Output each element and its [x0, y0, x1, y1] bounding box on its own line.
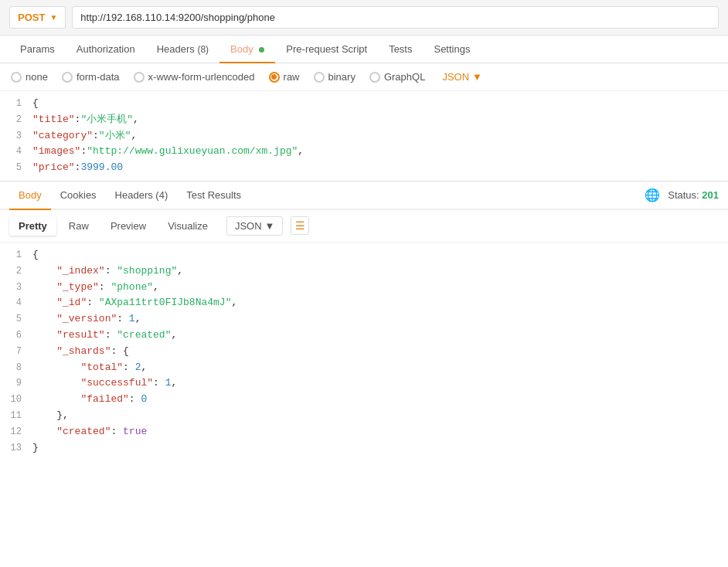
resp-line-2: 2 "_index": "shopping",	[0, 263, 728, 280]
response-status-area: 🌐 Status: 201	[645, 188, 719, 202]
format-label: JSON	[442, 71, 469, 83]
resp-tab-cookies[interactable]: Cookies	[51, 182, 106, 209]
resp-tab-body[interactable]: Body	[9, 182, 51, 209]
body-options: none form-data x-www-form-urlencoded raw…	[0, 63, 728, 91]
radio-graphql	[369, 72, 380, 83]
resp-line-1: 1 {	[0, 247, 728, 263]
radio-form-data	[62, 72, 73, 83]
resp-line-9: 9 "successful": 1,	[0, 375, 728, 392]
resp-line-6: 6 "result": "created",	[0, 328, 728, 344]
resp-line-7: 7 "_shards": {	[0, 344, 728, 360]
tab-params[interactable]: Params	[9, 36, 66, 63]
url-bar: POST ▼	[0, 0, 728, 36]
view-pretty-button[interactable]: Pretty	[9, 216, 56, 236]
req-line-4: 4 "images":"http://www.gulixueyuan.com/x…	[0, 144, 728, 160]
radio-urlencoded	[134, 72, 145, 83]
response-tabs: Body Cookies Headers (4) Test Results 🌐 …	[0, 182, 728, 210]
view-raw-button[interactable]: Raw	[60, 216, 98, 236]
radio-none	[11, 72, 22, 83]
status-label: Status: 201	[668, 189, 719, 201]
response-format-label: JSON	[235, 220, 262, 232]
option-binary[interactable]: binary	[314, 71, 355, 83]
option-raw[interactable]: raw	[269, 71, 300, 83]
resp-line-13: 13 }	[0, 440, 728, 457]
tab-body[interactable]: Body	[219, 36, 275, 63]
tab-tests[interactable]: Tests	[378, 36, 423, 63]
resp-tab-headers[interactable]: Headers (4)	[106, 182, 178, 209]
url-input[interactable]	[72, 6, 719, 29]
response-body: 1 { 2 "_index": "shopping", 3 "_type": "…	[0, 243, 728, 460]
req-line-2: 2 "title":"小米手机",	[0, 112, 728, 128]
response-format-selector[interactable]: JSON ▼	[226, 216, 284, 236]
format-selector[interactable]: JSON ▼	[442, 71, 482, 83]
response-toolbar: Pretty Raw Preview Visualize JSON ▼ ☰	[0, 210, 728, 243]
resp-line-11: 11 },	[0, 408, 728, 424]
view-visualize-button[interactable]: Visualize	[158, 216, 217, 236]
resp-line-3: 3 "_type": "phone",	[0, 280, 728, 296]
resp-line-8: 8 "total": 2,	[0, 360, 728, 376]
resp-line-4: 4 "_id": "AXpa11trt0FIJb8Na4mJ",	[0, 295, 728, 311]
radio-binary	[314, 72, 325, 83]
resp-line-10: 10 "failed": 0	[0, 392, 728, 408]
req-line-3: 3 "category":"小米",	[0, 128, 728, 144]
resp-line-5: 5 "_version": 1,	[0, 311, 728, 328]
chevron-down-icon: ▼	[49, 13, 57, 22]
request-body-editor[interactable]: 1 { 2 "title":"小米手机", 3 "category":"小米",…	[0, 91, 728, 182]
globe-icon: 🌐	[645, 188, 660, 202]
view-preview-button[interactable]: Preview	[101, 216, 155, 236]
resp-line-12: 12 "created": true	[0, 424, 728, 440]
req-line-5: 5 "price":3999.00	[0, 160, 728, 176]
radio-raw	[269, 72, 280, 83]
option-none[interactable]: none	[11, 71, 48, 83]
option-graphql[interactable]: GraphQL	[369, 71, 425, 83]
chevron-down-icon: ▼	[472, 71, 482, 83]
top-tabs: Params Authorization Headers (8) Body Pr…	[0, 36, 728, 63]
resp-tab-test-results[interactable]: Test Results	[177, 182, 250, 209]
req-line-1: 1 {	[0, 96, 728, 112]
option-form-data[interactable]: form-data	[62, 71, 120, 83]
status-code: 201	[702, 189, 719, 201]
method-selector[interactable]: POST ▼	[9, 6, 66, 29]
wrap-icon: ☰	[295, 219, 305, 232]
wrap-lines-button[interactable]: ☰	[291, 216, 309, 235]
tab-headers[interactable]: Headers (8)	[146, 36, 219, 63]
method-label: POST	[18, 12, 45, 23]
chevron-down-icon: ▼	[265, 220, 275, 232]
tab-pre-request-script[interactable]: Pre-request Script	[275, 36, 378, 63]
tab-settings[interactable]: Settings	[423, 36, 481, 63]
option-urlencoded[interactable]: x-www-form-urlencoded	[134, 71, 255, 83]
tab-authorization[interactable]: Authorization	[66, 36, 146, 63]
